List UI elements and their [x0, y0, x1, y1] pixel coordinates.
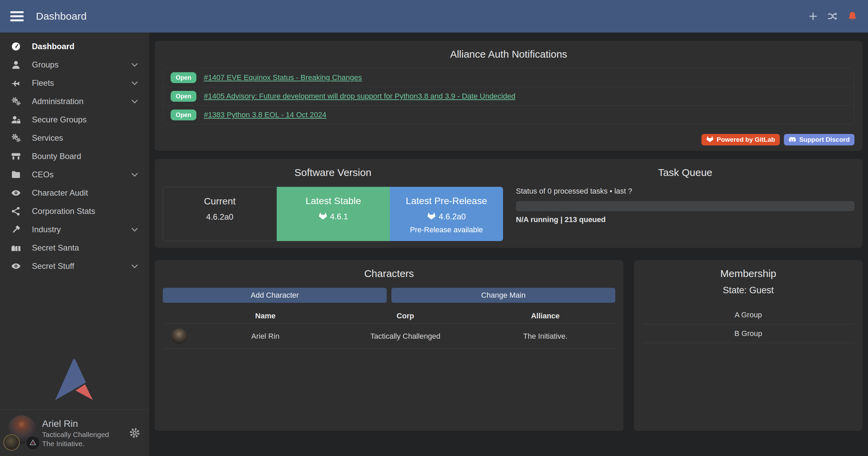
sidebar-item-label: CEOs: [32, 170, 54, 179]
membership-group-list: A Group B Group: [642, 306, 854, 343]
cogs-icon: [10, 133, 22, 143]
characters-table-header: Name Corp Alliance: [163, 308, 615, 324]
add-character-button[interactable]: Add Character: [163, 288, 387, 303]
software-version-section: Software Version Current 4.6.2a0 Latest …: [155, 159, 511, 248]
eye-icon: [10, 261, 22, 271]
status-badge: Open: [171, 91, 196, 102]
version-boxes: Current 4.6.2a0 Latest Stable 4.6.1 Late…: [163, 187, 503, 241]
task-queue-status: Status of 0 processed tasks • last ?: [516, 187, 854, 196]
sidebar-item-services[interactable]: Services: [0, 129, 149, 147]
support-discord-badge[interactable]: Support Discord: [784, 134, 854, 145]
version-label: Current: [163, 196, 276, 207]
version-note: Pre-Release available: [390, 225, 503, 234]
gitlab-icon: [319, 212, 327, 221]
version-label: Latest Pre-Release: [390, 196, 503, 206]
sidebar-item-label: Corporation Stats: [32, 206, 95, 216]
software-taskqueue-panel: Software Version Current 4.6.2a0 Latest …: [155, 159, 863, 248]
version-current: Current 4.6.2a0: [163, 187, 277, 241]
sidebar-item-administration[interactable]: Administration: [0, 92, 149, 111]
sidebar-item-label: Secret Santa: [32, 243, 79, 253]
sidebar-item-secret-santa[interactable]: Secret Santa: [0, 239, 149, 257]
list-item: A Group: [642, 306, 854, 324]
sidebar-item-label: Bounty Board: [32, 152, 81, 161]
task-queue-progressbar: [516, 201, 854, 211]
notification-item: Open #1383 Python 3.8 EOL - 14 Oct 2024: [163, 105, 854, 124]
notifications-panel: Alliance Auth Notifications Open #1407 E…: [155, 41, 863, 151]
notification-link[interactable]: #1405 Advisory: Future development will …: [204, 92, 515, 101]
characters-title: Characters: [163, 267, 615, 280]
user-lock-icon: [10, 115, 22, 125]
sidebar-item-label: Dashboard: [32, 42, 74, 51]
share-icon: [10, 206, 22, 216]
notifications-title: Alliance Auth Notifications: [163, 48, 854, 60]
sidebar-item-label: Groups: [32, 60, 59, 70]
sidebar-item-ceos[interactable]: CEOs: [0, 165, 149, 184]
sidebar-item-label: Administration: [32, 97, 83, 106]
gitlab-icon: [706, 136, 714, 143]
sidebar-item-character-audit[interactable]: Character Audit: [0, 184, 149, 202]
sidebar-item-corporation-stats[interactable]: Corporation Stats: [0, 202, 149, 220]
sidebar-item-secret-stuff[interactable]: Secret Stuff: [0, 257, 149, 275]
chevron-down-icon: [130, 97, 139, 106]
version-number: 4.6.2a0: [439, 212, 466, 221]
sidebar: Dashboard Groups Fleets Administration: [0, 33, 149, 456]
sidebar-item-groups[interactable]: Groups: [0, 56, 149, 74]
store-icon: [10, 151, 22, 161]
sidebar-item-label: Secret Stuff: [32, 261, 74, 271]
folder-icon: [10, 170, 22, 180]
main-content: Alliance Auth Notifications Open #1407 E…: [149, 33, 868, 456]
footer-badges: Powered by GitLab Support Discord: [163, 134, 854, 145]
change-main-button[interactable]: Change Main: [391, 288, 615, 303]
software-version-title: Software Version: [163, 166, 503, 179]
badge-label: Powered by GitLab: [717, 136, 775, 143]
version-number: 4.6.2a0: [206, 212, 233, 222]
characters-panel: Characters Add Character Change Main Nam…: [155, 260, 623, 431]
sidebar-item-label: Industry: [32, 225, 61, 234]
membership-panel: Membership State: Guest A Group B Group: [634, 260, 863, 431]
sidebar-item-dashboard[interactable]: Dashboard: [0, 37, 149, 56]
sidebar-item-secure-groups[interactable]: Secure Groups: [0, 111, 149, 129]
sidebar-item-label: Character Audit: [32, 188, 88, 198]
add-icon[interactable]: [808, 11, 818, 22]
status-badge: Open: [171, 72, 196, 83]
user-corp: Tactically Challenged: [42, 430, 109, 439]
version-latest-stable: Latest Stable 4.6.1: [277, 187, 390, 241]
cogs-icon: [10, 96, 22, 106]
alliance-logo: [26, 436, 40, 450]
sidebar-user-panel: Ariel Rin Tactically Challenged The Init…: [0, 410, 149, 456]
chevron-down-icon: [130, 262, 139, 271]
chevron-down-icon: [130, 60, 139, 69]
user-name: Ariel Rin: [42, 418, 109, 430]
sidebar-item-bounty-board[interactable]: Bounty Board: [0, 147, 149, 165]
gear-icon[interactable]: [129, 427, 140, 439]
alliance-auth-logo: [54, 358, 94, 401]
chevron-down-icon: [130, 225, 139, 234]
user-icon: [10, 60, 22, 70]
characters-table: Name Corp Alliance Ariel Rin Tactically …: [163, 308, 615, 349]
notification-link[interactable]: #1407 EVE Equinox Status - Breaking Chan…: [204, 73, 362, 82]
user-avatar: [7, 415, 37, 451]
notification-link[interactable]: #1383 Python 3.8 EOL - 14 Oct 2024: [204, 111, 326, 119]
hammer-icon: [10, 224, 22, 235]
cell-character-name: Ariel Rin: [195, 332, 335, 341]
chevron-down-icon: [130, 79, 139, 87]
column-header-alliance: Alliance: [475, 312, 615, 320]
user-alliance: The Initiative.: [42, 439, 109, 448]
shuffle-icon[interactable]: [827, 11, 838, 22]
cell-character-alliance: The Initiative.: [475, 332, 615, 341]
notification-bell-icon[interactable]: [847, 11, 858, 22]
membership-title: Membership: [642, 267, 854, 280]
status-badge: Open: [171, 110, 196, 120]
menu-hamburger-icon[interactable]: [10, 11, 24, 21]
sidebar-item-fleets[interactable]: Fleets: [0, 74, 149, 92]
task-queue-summary: N/A running | 213 queued: [516, 215, 854, 224]
gifts-icon: [10, 243, 22, 253]
powered-by-gitlab-badge[interactable]: Powered by GitLab: [701, 134, 780, 145]
column-header-corp: Corp: [335, 312, 476, 320]
sidebar-item-label: Fleets: [32, 78, 54, 88]
version-latest-prerelease: Latest Pre-Release 4.6.2a0 Pre-Release a…: [390, 187, 503, 241]
eye-icon: [10, 188, 22, 198]
navbar-actions: [808, 11, 858, 22]
task-queue-section: Task Queue Status of 0 processed tasks •…: [511, 159, 863, 248]
sidebar-item-industry[interactable]: Industry: [0, 220, 149, 239]
